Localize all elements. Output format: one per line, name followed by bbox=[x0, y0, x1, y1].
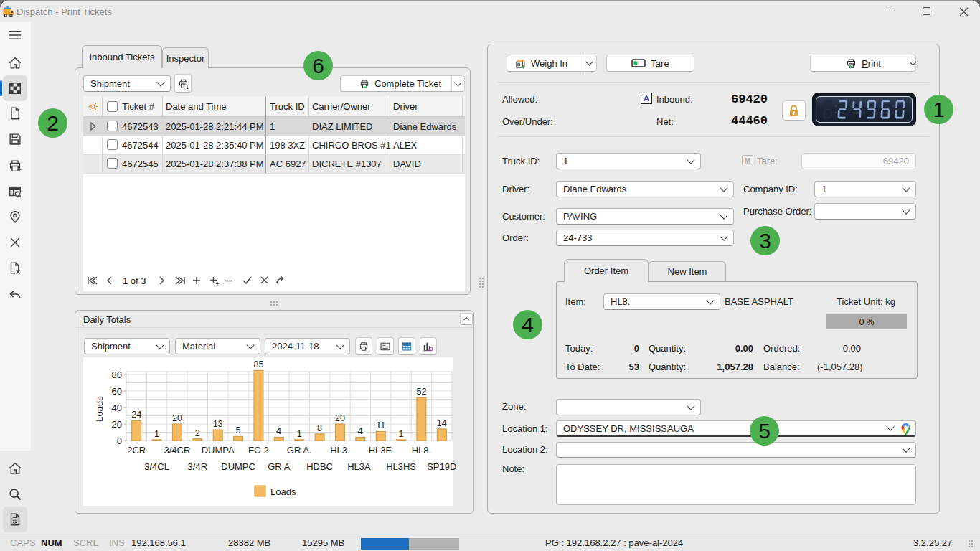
svg-text:1: 1 bbox=[297, 429, 302, 439]
svg-text:HDBC: HDBC bbox=[306, 461, 333, 472]
svg-text:HL3.: HL3. bbox=[330, 445, 349, 456]
svg-text:1: 1 bbox=[399, 429, 404, 439]
svg-text:1: 1 bbox=[154, 429, 159, 439]
svg-text:SP19D: SP19D bbox=[427, 461, 456, 472]
svg-text:4: 4 bbox=[358, 426, 363, 436]
svg-text:3/4CR: 3/4CR bbox=[164, 445, 190, 456]
svg-text:3/4CL: 3/4CL bbox=[144, 461, 169, 472]
svg-text:20: 20 bbox=[112, 419, 122, 430]
svg-text:GR A: GR A bbox=[268, 461, 290, 472]
svg-text:80: 80 bbox=[112, 369, 122, 380]
svg-text:DUMPC: DUMPC bbox=[221, 461, 255, 472]
svg-text:HL8.: HL8. bbox=[412, 445, 431, 456]
svg-text:40: 40 bbox=[112, 402, 122, 413]
svg-text:24: 24 bbox=[131, 410, 141, 420]
svg-text:DUMPA: DUMPA bbox=[202, 445, 235, 456]
svg-text:60: 60 bbox=[112, 386, 122, 397]
svg-text:8: 8 bbox=[317, 423, 322, 433]
svg-text:HL3HS: HL3HS bbox=[386, 461, 416, 472]
svg-text:4: 4 bbox=[276, 426, 281, 436]
svg-text:FC-2: FC-2 bbox=[248, 445, 269, 456]
svg-text:2CR: 2CR bbox=[127, 445, 146, 456]
svg-text:3/4R: 3/4R bbox=[188, 461, 207, 472]
svg-text:85: 85 bbox=[253, 359, 263, 369]
svg-text:20: 20 bbox=[172, 413, 182, 423]
svg-text:13: 13 bbox=[213, 419, 223, 429]
svg-text:0: 0 bbox=[117, 435, 122, 446]
svg-text:14: 14 bbox=[437, 418, 447, 428]
svg-text:Loads: Loads bbox=[270, 486, 296, 497]
svg-text:2: 2 bbox=[195, 428, 200, 438]
svg-text:5: 5 bbox=[236, 425, 241, 435]
svg-text:52: 52 bbox=[416, 387, 426, 397]
svg-text:GR A.: GR A. bbox=[287, 445, 312, 456]
svg-text:HL3A.: HL3A. bbox=[347, 461, 373, 472]
svg-text:Loads: Loads bbox=[94, 396, 105, 422]
svg-text:HL3F.: HL3F. bbox=[369, 445, 393, 456]
svg-text:11: 11 bbox=[376, 420, 385, 430]
svg-text:20: 20 bbox=[335, 413, 345, 423]
